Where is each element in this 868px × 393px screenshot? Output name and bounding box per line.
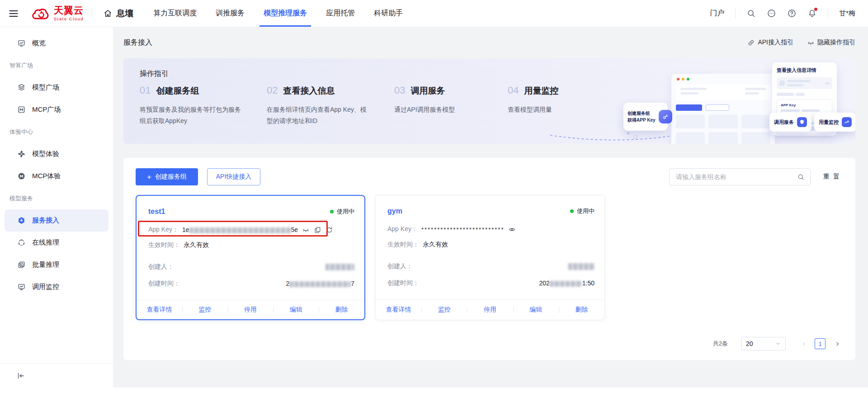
plus-icon: +	[147, 173, 151, 181]
view-details-link[interactable]: 查看详情	[137, 306, 182, 314]
hexagon-access-icon	[17, 216, 26, 225]
guide-step-4: 04用量监控 查看模型调用量	[508, 85, 611, 115]
api-quick-access-button[interactable]: API快捷接入	[207, 168, 260, 185]
brand-subname: State Cloud	[54, 16, 84, 21]
guide-step-3: 03调用服务 通过API调用服务模型	[394, 85, 497, 115]
card-actions: 查看详情 监控 停用 编辑 删除	[137, 300, 364, 319]
sidebar-item-call-monitoring[interactable]: 调用监控	[0, 276, 113, 298]
service-groups-panel: + 创建服务组 API快捷接入 重 置 test1 使用中	[123, 158, 855, 360]
mcp-square-icon	[17, 105, 26, 114]
copy-icon[interactable]	[314, 226, 321, 234]
created-time-value: 2021:50	[539, 279, 594, 287]
api-guide-link[interactable]: API接入指引	[747, 38, 793, 47]
app-key-masked-value: **************************	[421, 226, 505, 233]
hide-guide-link[interactable]: 隐藏操作指引	[807, 38, 855, 47]
more-apps-icon[interactable]	[767, 9, 776, 18]
sidebar: 概览 智算广场 模型广场 MCP广场 体验中心 模型体验 MCP体验 模型服务 …	[0, 27, 113, 388]
user-name[interactable]: 甘*梅	[839, 9, 855, 18]
delete-link[interactable]: 删除	[559, 306, 604, 314]
hamburger-menu-icon[interactable]	[8, 8, 19, 19]
edit-link[interactable]: 编辑	[513, 306, 559, 314]
status-badge: 使用中	[570, 207, 594, 215]
brand-text: 天翼云 State Cloud	[54, 5, 84, 21]
nav-item-training-service[interactable]: 训推服务	[216, 0, 245, 27]
nav-item-research-assistant[interactable]: 科研助手	[374, 0, 403, 27]
create-service-group-button[interactable]: + 创建服务组	[136, 168, 198, 185]
search-input[interactable]	[675, 173, 797, 181]
redacted-creator	[568, 263, 594, 270]
nav-item-app-hosting[interactable]: 应用托管	[326, 0, 355, 27]
brand-name: 天翼云	[54, 5, 84, 15]
operation-guide-panel: 操作指引 01创建服务组 将预置服务及我的服务等打包为服务组后获取AppKey …	[123, 58, 855, 144]
disable-link[interactable]: 停用	[467, 306, 513, 314]
sidebar-item-online-inference[interactable]: 在线推理	[0, 232, 113, 254]
page-number-1[interactable]: 1	[815, 338, 826, 349]
monitor-link[interactable]: 监控	[182, 306, 228, 314]
nav-product-home[interactable]: 息壤	[103, 8, 133, 19]
valid-time-row: 生效时间： 永久有效	[148, 241, 209, 249]
traffic-dot-red	[677, 78, 679, 80]
sidebar-item-mcp-experience[interactable]: MCP体验	[0, 165, 113, 187]
service-group-card-gym[interactable]: gym 使用中 App Key： ***********************…	[375, 195, 605, 320]
mcp-circle-icon	[17, 172, 26, 180]
sidebar-item-mcp-plaza[interactable]: MCP广场	[0, 99, 113, 121]
notifications-bell-icon[interactable]	[807, 9, 817, 18]
next-page-button[interactable]	[832, 338, 843, 349]
batch-inference-icon	[17, 260, 26, 269]
refresh-icon[interactable]	[326, 226, 333, 234]
decor-circle	[627, 132, 629, 134]
chart-up-icon	[842, 117, 852, 127]
collapse-sidebar-icon[interactable]	[16, 371, 25, 380]
decor-circle	[633, 135, 637, 139]
sidebar-section-smart-plaza: 智算广场	[0, 54, 113, 76]
brand-logo[interactable]: 天翼云 State Cloud	[31, 5, 84, 21]
chevron-down-icon	[775, 341, 781, 347]
redacted-app-key	[189, 227, 291, 233]
sidebar-item-service-access[interactable]: 服务接入	[5, 209, 108, 232]
traffic-dot-yellow	[682, 78, 684, 80]
service-group-name[interactable]: test1	[148, 208, 165, 216]
layers-icon	[17, 83, 26, 92]
help-icon[interactable]	[787, 9, 797, 18]
portal-link[interactable]: 门户	[710, 9, 724, 18]
top-nav: 天翼云 State Cloud 息壤 算力互联调度 训推服务 模型推理服务 应用…	[0, 0, 868, 27]
sidebar-footer	[0, 363, 113, 388]
service-group-card-test1[interactable]: test1 使用中 App Key： 1e5e 生效	[136, 195, 365, 320]
shield-icon	[797, 117, 807, 127]
redacted-date	[550, 281, 582, 287]
app-key-row: App Key： **************************	[387, 225, 516, 233]
delete-link[interactable]: 删除	[319, 306, 364, 314]
edit-link[interactable]: 编辑	[273, 306, 319, 314]
sidebar-section-model-service: 模型服务	[0, 187, 113, 209]
traffic-dot-green	[687, 78, 689, 80]
sidebar-item-overview[interactable]: 概览	[0, 32, 113, 54]
service-group-name[interactable]: gym	[387, 207, 402, 215]
total-count: 共2条	[713, 340, 728, 348]
search-icon[interactable]	[746, 9, 756, 18]
view-details-link[interactable]: 查看详情	[376, 306, 421, 314]
sidebar-item-model-experience[interactable]: 模型体验	[0, 143, 113, 165]
page-header: 服务接入 API接入指引 隐藏操作指引	[123, 27, 855, 58]
product-name: 息壤	[116, 8, 133, 19]
nav-item-compute-scheduling[interactable]: 算力互联调度	[153, 0, 197, 27]
search-icon[interactable]	[797, 173, 805, 181]
monitor-link[interactable]: 监控	[421, 306, 467, 314]
chevron-left-icon	[801, 341, 807, 347]
app-key-row: App Key： 1e5e	[148, 226, 333, 234]
create-group-badge: 创建服务组获得APP Key	[623, 103, 668, 131]
pagination: 共2条 20 1	[713, 337, 843, 350]
usage-monitor-card: 用量监控	[814, 113, 855, 132]
disable-link[interactable]: 停用	[228, 306, 274, 314]
eye-closed-icon[interactable]	[302, 226, 310, 234]
eye-open-icon[interactable]	[508, 226, 516, 233]
prev-page-button[interactable]	[798, 338, 809, 349]
chevron-right-icon	[834, 341, 841, 347]
creator-row: 创建人：	[148, 263, 354, 271]
nav-item-model-inference[interactable]: 模型推理服务	[264, 0, 307, 27]
search-box	[669, 168, 811, 185]
page-size-select[interactable]: 20	[741, 337, 786, 350]
sidebar-item-model-plaza[interactable]: 模型广场	[0, 76, 113, 99]
sidebar-item-batch-inference[interactable]: 批量推理	[0, 254, 113, 276]
reset-button[interactable]: 重 置	[823, 168, 840, 185]
main-content: 服务接入 API接入指引 隐藏操作指引 操作指引 01创建服务组 将预置服务及我…	[113, 27, 868, 388]
